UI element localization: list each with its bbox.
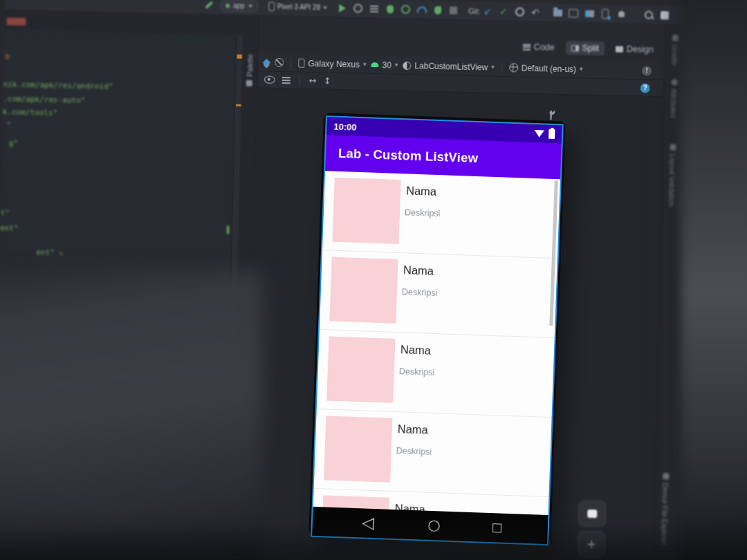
xml-code-editor[interactable]: b nik.com/apk/res/android" .com/apk/res-…	[0, 30, 236, 556]
device-label: Pixel 3 API 28	[277, 3, 320, 11]
code-line: b	[5, 52, 10, 61]
status-time: 10:00	[333, 121, 357, 132]
render-settings-wrench-icon[interactable]	[547, 109, 557, 120]
tab-design[interactable]: Design	[610, 41, 659, 57]
sidebar-item-layout-validation[interactable]: Layout Validation	[665, 144, 680, 206]
tab-code[interactable]: Code	[517, 40, 560, 55]
debug-icon[interactable]	[385, 3, 395, 15]
view-options-button[interactable]	[264, 76, 275, 84]
code-line: t"	[0, 208, 10, 217]
api-level-selector[interactable]: 30 ▾	[371, 59, 398, 70]
palette-label: Palette	[246, 54, 255, 77]
help-icon[interactable]: ?	[640, 83, 650, 93]
git-rollback-icon[interactable]: ↶	[531, 6, 540, 17]
swap-vertical-icon[interactable]: ↕	[324, 75, 331, 86]
sidebar-item-palette[interactable]: Palette	[242, 54, 258, 86]
nav-home-icon: ○	[427, 516, 441, 534]
apply-changes-icon[interactable]	[353, 3, 363, 14]
layout-inspector-icon[interactable]	[584, 8, 594, 19]
chevron-down-icon: ▾	[580, 66, 583, 73]
phone-preview[interactable]: 10:00 Lab - Custom ListView	[308, 113, 566, 544]
split-mode-icon	[571, 45, 579, 51]
inspection-indicator	[227, 225, 229, 234]
list-item[interactable]: Nama Deskripsi	[317, 330, 555, 418]
sidebar-item-attributes[interactable]: Attributes	[667, 79, 681, 118]
tab-split[interactable]: Split	[566, 41, 605, 55]
locale-label: Default (en-us)	[522, 63, 577, 74]
item-thumbnail	[324, 416, 392, 482]
run-config-dropdown[interactable]: app	[220, 0, 258, 12]
device-file-explorer-label: Device File Explorer	[661, 483, 670, 545]
theme-icon	[403, 61, 411, 69]
git-update-icon[interactable]: ↙	[483, 6, 492, 17]
listview[interactable]: Nama Deskripsi Nama Deskripsi Nama	[313, 171, 560, 515]
editor-tab[interactable]	[6, 17, 26, 26]
run-list-icon[interactable]	[369, 3, 379, 14]
rendered-screen[interactable]: 10:00 Lab - Custom ListView	[312, 117, 562, 544]
search-icon[interactable]	[644, 9, 654, 20]
apply-code-changes-icon[interactable]	[401, 3, 411, 15]
variants-menu-button[interactable]	[282, 77, 290, 84]
warning-icon: ⚠	[59, 249, 63, 256]
list-item[interactable]: Nama Deskripsi	[322, 171, 560, 259]
list-item[interactable]: Nama Deskripsi	[314, 409, 552, 497]
code-line: nik.com/apk/res/android"	[3, 80, 113, 91]
globe-icon	[509, 63, 518, 72]
list-item[interactable]: Nama Deskripsi	[320, 250, 557, 338]
swap-horizontal-icon[interactable]: ↔	[309, 75, 317, 86]
project-folder-icon[interactable]	[553, 7, 562, 18]
build-hammer-icon[interactable]	[204, 0, 214, 10]
code-line: ent"⚠	[0, 238, 63, 266]
item-thumbnail	[326, 337, 395, 403]
run-button[interactable]	[338, 2, 347, 13]
design-canvas[interactable]: 10:00 Lab - Custom ListView	[247, 88, 664, 560]
eye-icon	[264, 76, 275, 84]
chevron-down-icon	[323, 6, 327, 9]
zoom-in-button[interactable]: +	[578, 531, 606, 558]
nav-back-icon: ◁	[362, 513, 375, 532]
git-history-icon[interactable]	[515, 6, 524, 17]
app-title: Lab - Custom ListView	[338, 146, 479, 166]
locale-selector[interactable]: Default (en-us) ▾	[509, 63, 583, 74]
close-icon[interactable]	[31, 19, 35, 24]
item-name: Nama	[400, 343, 432, 357]
render-issues-icon[interactable]: !	[642, 66, 652, 75]
android-icon	[371, 62, 379, 67]
wifi-icon	[534, 129, 544, 138]
chevron-down-icon: ▾	[395, 62, 398, 68]
item-name: Nama	[403, 263, 434, 278]
attach-debugger-icon[interactable]	[433, 4, 443, 15]
gradle-label: Gradle	[671, 44, 679, 65]
code-line: ent"	[0, 223, 19, 233]
device-selector[interactable]: Galaxy Nexus ▾	[298, 58, 367, 69]
chevron-down-icon: ▾	[363, 62, 367, 68]
layout-validation-label: Layout Validation	[668, 153, 677, 206]
gradle-icon	[672, 35, 679, 41]
notifications-bell-icon[interactable]	[616, 8, 626, 19]
git-commit-icon[interactable]: ✓	[499, 6, 508, 17]
zoom-to-fit-button[interactable]	[578, 501, 607, 528]
theme-selector[interactable]: LabCustomListView ▾	[403, 60, 495, 72]
sidebar-item-device-file-explorer[interactable]: Device File Explorer	[657, 473, 672, 545]
scrollbar-warning-marker	[237, 55, 243, 59]
code-line: g"	[9, 139, 19, 148]
menu-lines-icon	[282, 77, 290, 84]
device-manager-icon[interactable]	[600, 8, 610, 19]
layout-validation-icon	[670, 144, 676, 150]
sidebar-item-component-tree[interactable]: Component Tree	[232, 469, 249, 533]
orientation-button[interactable]	[275, 58, 284, 67]
design-surface-button[interactable]	[263, 59, 270, 66]
theme-label: LabCustomListView	[414, 61, 488, 72]
stop-button[interactable]	[449, 5, 459, 16]
item-thumbnail	[332, 178, 400, 244]
device-selector-label: Galaxy Nexus	[308, 58, 360, 69]
stop-process-icon[interactable]	[660, 10, 670, 21]
api-level-label: 30	[382, 60, 391, 70]
tab-split-label: Split	[582, 44, 600, 54]
editor-mode-tabs: Code Split Design	[517, 39, 660, 58]
sidebar-item-gradle[interactable]: Gradle	[667, 35, 682, 65]
device-dropdown[interactable]: Pixel 3 API 28	[264, 0, 332, 14]
scrollbar-warning-marker	[236, 104, 241, 106]
terminal-icon[interactable]	[569, 8, 578, 19]
profiler-icon[interactable]	[417, 4, 427, 15]
